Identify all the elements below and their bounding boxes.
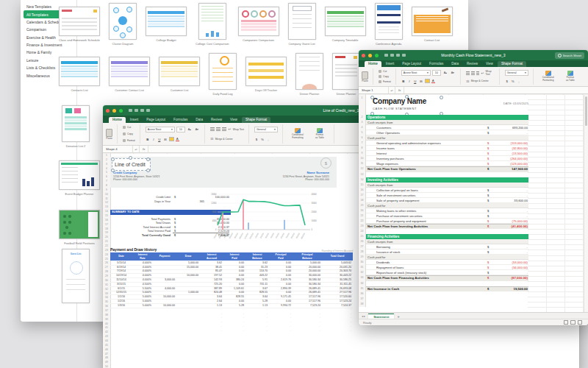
template-cluster-diagram[interactable]: Cluster Diagram: [109, 3, 137, 46]
number-format-box[interactable]: General▾: [505, 70, 528, 76]
zoom-button[interactable]: [375, 54, 379, 57]
borders-button[interactable]: ⊞: [163, 138, 168, 141]
history-col-header[interactable]: Interest Balance: [245, 252, 269, 261]
row-number[interactable]: 30: [359, 260, 366, 265]
merge-center-button[interactable]: Merge & Center: [471, 79, 489, 82]
italic-button[interactable]: I: [407, 79, 412, 83]
name-box-stepper[interactable]: ▴▾: [133, 146, 140, 152]
fill-color-button[interactable]: [169, 137, 174, 141]
row-number[interactable]: 2: [359, 115, 366, 120]
template-customer-contact-list[interactable]: Customer Contact List: [109, 57, 150, 92]
row-number[interactable]: 7: [359, 141, 366, 146]
row-number[interactable]: 13: [359, 172, 366, 177]
row-number[interactable]: 33: [359, 275, 366, 280]
tab-formulas[interactable]: Formulas: [170, 117, 191, 124]
history-col-header[interactable]: Interest Paid: [223, 252, 245, 261]
dollar-button[interactable]: $: [254, 138, 259, 141]
statement-row[interactable]: 11Wage expenses$(123,000.00): [359, 161, 584, 166]
comma-button[interactable]: ,: [517, 79, 521, 83]
row-number[interactable]: 5: [359, 130, 366, 135]
row-number[interactable]: 10: [359, 156, 366, 161]
statement-row[interactable]: 31Repayment of loans$(34,000.00): [359, 265, 584, 270]
template-contact-list[interactable]: Contact List: [412, 7, 453, 42]
tab-review[interactable]: Review: [463, 61, 481, 68]
statement-row[interactable]: 30Dividends$(53,000.00): [359, 260, 584, 265]
row-number[interactable]: 15: [359, 183, 366, 188]
row-number[interactable]: 50: [103, 365, 110, 368]
name-box-stepper[interactable]: ▴▾: [389, 87, 395, 93]
history-col-header[interactable]: Interest Rate: [132, 252, 153, 261]
align-center-icon[interactable]: [216, 127, 220, 131]
row-number[interactable]: 38: [359, 302, 366, 307]
template-college-cost-comparison[interactable]: College Cost Comparison: [196, 3, 229, 46]
row-number[interactable]: 17: [359, 193, 366, 198]
tab-home[interactable]: Home: [365, 61, 381, 68]
percent-button[interactable]: %: [260, 138, 265, 141]
tab-data[interactable]: Data: [448, 61, 462, 68]
selection-handle[interactable]: [440, 96, 443, 99]
selection-handle[interactable]: [146, 158, 150, 161]
selection-handle[interactable]: [405, 95, 409, 99]
template-company-timetable[interactable]: Company Timetable: [325, 7, 366, 42]
row-number[interactable]: 31: [359, 265, 366, 270]
cut-button[interactable]: Cut: [123, 126, 135, 129]
increase-font-button[interactable]: A▴: [187, 128, 193, 131]
history-col-header[interactable]: Principal Paid: [269, 252, 293, 261]
history-col-header[interactable]: Date: [110, 252, 132, 261]
row-number[interactable]: 16: [359, 188, 366, 193]
row-number[interactable]: 21: [359, 213, 366, 219]
minimize-button[interactable]: [368, 54, 372, 57]
merge-center-button[interactable]: Merge & Center: [215, 138, 233, 141]
statement-row[interactable]: 12Net Cash Flow from Operations$147,900.…: [359, 166, 584, 171]
font-color-button[interactable]: A: [431, 79, 435, 83]
wrap-text-button[interactable]: Wrap Text: [485, 70, 494, 76]
scrollbar-thumb[interactable]: [585, 96, 587, 126]
copy-button[interactable]: Copy: [123, 132, 135, 135]
save-icon[interactable]: [390, 54, 394, 57]
statement-row[interactable]: 16Collection of principal on loans$-: [359, 188, 584, 193]
decrease-font-button[interactable]: A▾: [194, 128, 200, 131]
tab-data[interactable]: Data: [192, 117, 207, 124]
font-size-select[interactable]: 10: [176, 127, 185, 132]
decrease-font-button[interactable]: A▾: [450, 71, 456, 74]
row-number[interactable]: 20: [359, 208, 366, 213]
normal-view-icon[interactable]: [564, 320, 569, 325]
history-col-header[interactable]: Total Owed: [322, 252, 353, 261]
dollar-button[interactable]: $: [505, 79, 509, 83]
page-break-view-icon[interactable]: [578, 320, 583, 325]
zoom-button[interactable]: [119, 109, 123, 113]
statement-row[interactable]: 8Income taxes$(32,800.00): [359, 146, 584, 151]
template-conference-agenda[interactable]: Conference Agenda: [375, 3, 403, 46]
wrap-text-button[interactable]: Wrap Text: [233, 128, 244, 131]
row-number[interactable]: 11: [359, 161, 366, 166]
align-left-icon[interactable]: [210, 127, 215, 131]
tab-formulas[interactable]: Formulas: [426, 61, 447, 68]
history-col-header[interactable]: Principal Balance: [293, 252, 322, 261]
close-button[interactable]: [362, 54, 365, 57]
bold-button[interactable]: B: [401, 79, 406, 83]
row-number[interactable]: 34: [359, 281, 366, 286]
row-number[interactable]: 8: [359, 146, 366, 151]
row-number[interactable]: 14: [359, 177, 366, 183]
selection-handle[interactable]: [370, 96, 374, 99]
add-sheet-button[interactable]: +: [397, 314, 399, 319]
statement-row[interactable]: 27Borrowing$-: [359, 244, 584, 250]
undo-icon[interactable]: [396, 54, 400, 57]
align-right-icon[interactable]: [222, 127, 226, 131]
increase-font-button[interactable]: A▴: [442, 71, 448, 74]
minimize-button[interactable]: [112, 109, 116, 113]
template-customer-list[interactable]: Customer List: [159, 57, 200, 92]
template-college-budget[interactable]: College Budget: [146, 7, 187, 42]
font-name-select[interactable]: Avenir Next▾: [146, 127, 175, 132]
align-left-icon[interactable]: [466, 71, 470, 75]
grid-icon[interactable]: [384, 54, 388, 57]
template-dinner-planner[interactable]: Dinner Planner: [295, 53, 323, 96]
cut-button[interactable]: Cut: [379, 70, 391, 73]
template-dinner-planner[interactable]: Dinner Planner: [332, 53, 360, 96]
statement-row[interactable]: 35Net Increase in Cash$19,500.00: [359, 286, 584, 291]
statement-row[interactable]: 7General operating and administrative ex…: [359, 141, 584, 146]
format-button[interactable]: Format: [123, 139, 135, 142]
row-number[interactable]: 6: [359, 135, 366, 141]
format-as-table-button[interactable]: Formatas Table: [561, 71, 580, 82]
font-size-select[interactable]: 10: [432, 70, 441, 76]
